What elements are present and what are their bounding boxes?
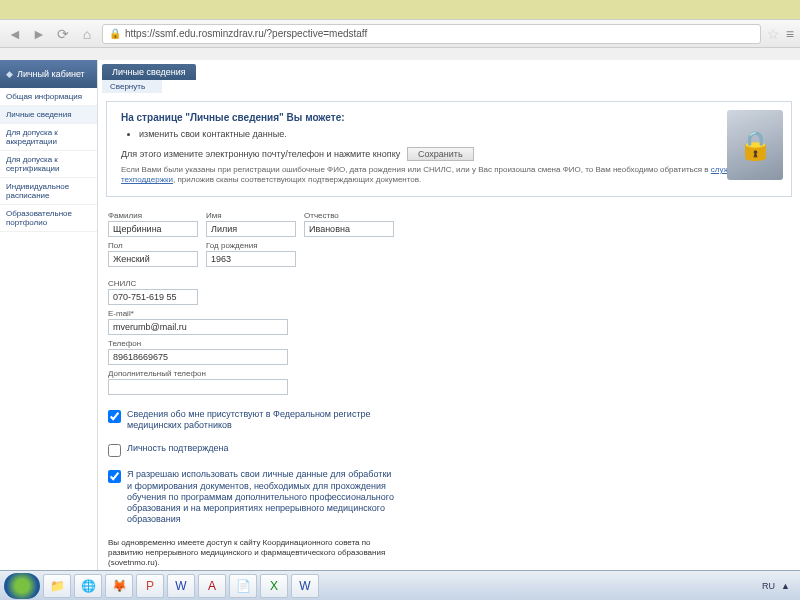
lastname-label: Фамилия bbox=[108, 211, 198, 220]
sex-label: Пол bbox=[108, 241, 198, 250]
check-identity-label: Личность подтверждена bbox=[127, 443, 228, 454]
phone-label: Телефон bbox=[108, 339, 790, 348]
system-tray: RU ▲ bbox=[762, 581, 796, 591]
browser-toolbar: ◄ ► ⟳ ⌂ 🔒 https://ssmf.edu.rosminzdrav.r… bbox=[0, 20, 800, 48]
reload-icon[interactable]: ⟳ bbox=[54, 25, 72, 43]
url-text: https://ssmf.edu.rosminzdrav.ru/?perspec… bbox=[125, 28, 367, 39]
sidebar-item-personal[interactable]: Личные сведения bbox=[0, 106, 97, 124]
main-content: Личные сведения Свернуть 🔒 На странице "… bbox=[98, 60, 800, 600]
url-bar[interactable]: 🔒 https://ssmf.edu.rosminzdrav.ru/?persp… bbox=[102, 24, 761, 44]
warning-text: Если Вами были указаны при регистрации о… bbox=[121, 165, 777, 186]
taskbar-app-icon[interactable]: 📄 bbox=[229, 574, 257, 598]
birth-label: Год рождения bbox=[206, 241, 296, 250]
tray-lang[interactable]: RU bbox=[762, 581, 775, 591]
phone2-field[interactable] bbox=[108, 379, 288, 395]
phone-field[interactable] bbox=[108, 349, 288, 365]
info-panel: 🔒 На странице "Личные сведения" Вы может… bbox=[106, 101, 792, 197]
sex-field[interactable] bbox=[108, 251, 198, 267]
sidebar-item-certification[interactable]: Для допуска к сертификации bbox=[0, 151, 97, 178]
lock-icon: 🔒 bbox=[109, 28, 121, 39]
taskbar-powerpoint-icon[interactable]: P bbox=[136, 574, 164, 598]
taskbar-acrobat-icon[interactable]: A bbox=[198, 574, 226, 598]
info-title: На странице "Личные сведения" Вы можете: bbox=[121, 112, 777, 123]
browser-tabstrip bbox=[0, 0, 800, 20]
firstname-label: Имя bbox=[206, 211, 296, 220]
email-field[interactable] bbox=[108, 319, 288, 335]
sidebar: ◆ Личный кабинет Общая информация Личные… bbox=[0, 60, 98, 600]
firstname-field[interactable] bbox=[206, 221, 296, 237]
sidebar-item-schedule[interactable]: Индивидуальное расписание bbox=[0, 178, 97, 205]
sidebar-item-accreditation[interactable]: Для допуска к аккредитации bbox=[0, 124, 97, 151]
sidebar-item-general[interactable]: Общая информация bbox=[0, 88, 97, 106]
check-identity[interactable] bbox=[108, 444, 121, 457]
save-button-example: Сохранить bbox=[407, 147, 474, 161]
taskbar: 📁 🌐 🦊 P W A 📄 X W RU ▲ bbox=[0, 570, 800, 600]
taskbar-word-icon[interactable]: W bbox=[167, 574, 195, 598]
sidebar-title: Личный кабинет bbox=[17, 69, 85, 79]
taskbar-word2-icon[interactable]: W bbox=[291, 574, 319, 598]
middlename-label: Отчество bbox=[304, 211, 394, 220]
footer-note: Вы одновременно имеете доступ к сайту Ко… bbox=[108, 538, 398, 569]
menu-icon[interactable]: ≡ bbox=[786, 26, 794, 42]
lastname-field[interactable] bbox=[108, 221, 198, 237]
tray-flag-icon[interactable]: ▲ bbox=[781, 581, 790, 591]
check-registry[interactable] bbox=[108, 410, 121, 423]
info-bullet: изменить свои контактные данные. bbox=[139, 129, 777, 139]
phone2-label: Дополнительный телефон bbox=[108, 369, 790, 378]
taskbar-chrome-icon[interactable]: 🌐 bbox=[74, 574, 102, 598]
personal-form: Фамилия Имя Отчество Пол Год рождения СН… bbox=[98, 205, 800, 575]
info-instruction: Для этого измените электронную почту/тел… bbox=[121, 149, 400, 159]
collapse-button[interactable]: Свернуть bbox=[102, 80, 162, 93]
middlename-field[interactable] bbox=[304, 221, 394, 237]
snils-field[interactable] bbox=[108, 289, 198, 305]
sidebar-item-portfolio[interactable]: Образовательное портфолио bbox=[0, 205, 97, 232]
tab-personal-info[interactable]: Личные сведения bbox=[102, 64, 196, 80]
check-consent[interactable] bbox=[108, 470, 121, 483]
taskbar-excel-icon[interactable]: X bbox=[260, 574, 288, 598]
home-icon[interactable]: ⌂ bbox=[78, 25, 96, 43]
bookmark-icon[interactable]: ☆ bbox=[767, 26, 780, 42]
back-icon[interactable]: ◄ bbox=[6, 25, 24, 43]
check-registry-label: Сведения обо мне присутствуют в Федераль… bbox=[127, 409, 397, 432]
cabinet-icon: ◆ bbox=[6, 69, 13, 79]
forward-icon[interactable]: ► bbox=[30, 25, 48, 43]
sidebar-header: ◆ Личный кабинет bbox=[0, 60, 97, 88]
taskbar-explorer-icon[interactable]: 📁 bbox=[43, 574, 71, 598]
check-consent-label: Я разрешаю использовать свои личные данн… bbox=[127, 469, 397, 525]
email-label: E-mail* bbox=[108, 309, 790, 318]
padlock-image: 🔒 bbox=[727, 110, 783, 180]
birth-field[interactable] bbox=[206, 251, 296, 267]
snils-label: СНИЛС bbox=[108, 279, 790, 288]
start-button[interactable] bbox=[4, 573, 40, 599]
taskbar-firefox-icon[interactable]: 🦊 bbox=[105, 574, 133, 598]
